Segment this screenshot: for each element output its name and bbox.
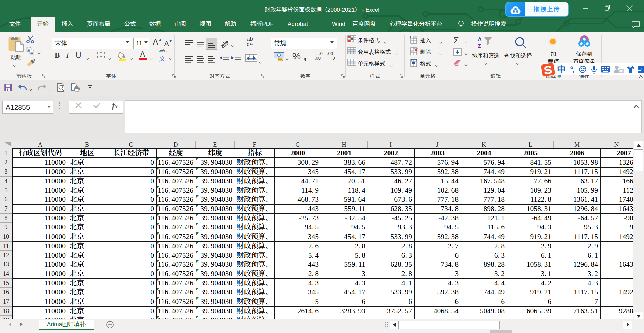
svg-text:Z: Z [478,43,481,49]
svg-text:A: A [478,36,482,43]
svg-text:3G: 3G [619,69,623,73]
